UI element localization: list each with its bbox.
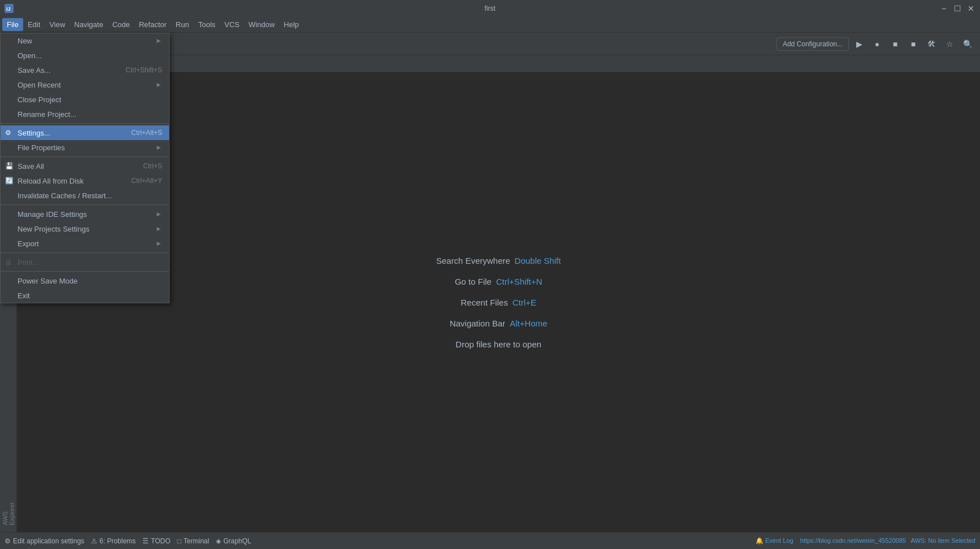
run-button[interactable]: ▶: [851, 36, 867, 52]
menu-invalidate-caches[interactable]: Invalidate Caches / Restart...: [1, 188, 169, 203]
terminal-icon: □: [177, 537, 181, 545]
shortcut-label-recent: Recent Files: [461, 298, 508, 307]
menu-close-project[interactable]: Close Project: [1, 92, 169, 107]
separator-4: [1, 252, 169, 253]
menu-export[interactable]: Export ►: [1, 236, 169, 251]
reload-icon: 🔄: [5, 177, 14, 185]
menu-item-navigate[interactable]: Navigate: [70, 18, 107, 31]
debug-button[interactable]: ●: [869, 36, 885, 52]
status-todo[interactable]: ☰ TODO: [142, 537, 170, 545]
menu-invalidate-label: Invalidate Caches / Restart...: [18, 191, 112, 200]
open-recent-arrow-icon: ►: [155, 81, 162, 89]
todo-label: TODO: [151, 537, 170, 545]
stop-button[interactable]: ■: [905, 36, 921, 52]
reload-shortcut: Ctrl+Alt+Y: [131, 177, 162, 185]
menu-export-label: Export: [18, 239, 39, 248]
file-properties-arrow-icon: ►: [155, 143, 162, 151]
menu-item-window[interactable]: Window: [244, 18, 279, 31]
sidebar-item-aws[interactable]: AWS Explorer: [1, 499, 16, 528]
menu-file-properties[interactable]: File Properties ►: [1, 140, 169, 155]
problems-label: 6: Problems: [99, 537, 136, 545]
window-controls: − ☐ ✕: [939, 4, 975, 13]
event-log-button[interactable]: 🔔 Event Log: [756, 537, 795, 544]
menu-rename-project[interactable]: Rename Project...: [1, 107, 169, 121]
menu-new-projects-settings[interactable]: New Projects Settings ►: [1, 221, 169, 236]
menu-file-properties-label: File Properties: [18, 143, 65, 152]
shortcut-label-nav: Navigation Bar: [450, 319, 505, 328]
status-graphql[interactable]: ◈ GraphQL: [216, 537, 251, 545]
status-problems[interactable]: ⚠ 6: Problems: [91, 537, 136, 545]
menu-save-as[interactable]: Save As... Ctrl+Shift+S: [1, 63, 169, 77]
menu-item-view[interactable]: View: [45, 18, 70, 31]
title-bar-title: first: [484, 5, 495, 12]
status-bar-right: 🔔 Event Log https://blog.csdn.net/weixin…: [756, 537, 975, 544]
menu-reload-all-label: Reload All from Disk: [18, 177, 84, 185]
menu-item-edit[interactable]: Edit: [23, 18, 45, 31]
event-log-icon: 🔔: [756, 537, 764, 544]
build-button[interactable]: 🛠: [923, 36, 939, 52]
shortcut-label-goto: Go to File: [455, 277, 492, 286]
menu-open[interactable]: Open...: [1, 48, 169, 63]
close-button[interactable]: ✕: [966, 4, 975, 13]
menu-item-tools[interactable]: Tools: [194, 18, 220, 31]
menu-save-all[interactable]: 💾 Save All Ctrl+S: [1, 159, 169, 173]
menu-open-recent[interactable]: Open Recent ►: [1, 77, 169, 92]
menu-new-label: New: [18, 37, 32, 45]
menu-item-run[interactable]: Run: [171, 18, 194, 31]
graphql-label: GraphQL: [223, 537, 251, 545]
print-icon: 🖨: [5, 258, 12, 266]
graphql-icon: ◈: [216, 537, 221, 545]
menu-close-project-label: Close Project: [18, 95, 61, 104]
menu-print-label: Print...: [18, 258, 39, 267]
file-menu-dropdown: New ► Open... Save As... Ctrl+Shift+S Op…: [0, 33, 170, 303]
menu-save-all-label: Save All: [18, 162, 44, 171]
add-configuration-button[interactable]: Add Configuration...: [777, 37, 849, 51]
shortcut-search-everywhere: Search Everywhere Double Shift: [436, 256, 561, 265]
todo-icon: ☰: [142, 537, 149, 545]
new-projects-arrow-icon: ►: [155, 225, 162, 233]
menu-item-vcs[interactable]: VCS: [220, 18, 244, 31]
settings-icon: ⚙: [5, 129, 11, 137]
menu-bar: File Edit View Navigate Code Refactor Ru…: [0, 17, 980, 33]
status-selection-text: AWS: No item Selected: [910, 537, 975, 544]
status-terminal[interactable]: □ Terminal: [177, 537, 210, 545]
menu-exit[interactable]: Exit: [1, 288, 169, 303]
search-everywhere-button[interactable]: 🔍: [960, 36, 975, 52]
separator-3: [1, 204, 169, 205]
menu-item-refactor[interactable]: Refactor: [135, 18, 171, 31]
status-bar: ⚙ Edit application settings ⚠ 6: Problem…: [0, 532, 980, 549]
menu-item-code[interactable]: Code: [108, 18, 135, 31]
menu-power-save-mode[interactable]: Power Save Mode: [1, 273, 169, 288]
menu-new-projects-label: New Projects Settings: [18, 225, 89, 233]
problems-icon: ⚠: [91, 537, 97, 545]
drop-files-label: Drop files here to open: [456, 339, 541, 349]
menu-open-recent-label: Open Recent: [18, 81, 61, 89]
drop-files-text: Drop files here to open: [456, 339, 541, 349]
menu-settings[interactable]: ⚙ Settings... Ctrl+Alt+S: [1, 125, 169, 140]
shortcut-key-search: Double Shift: [515, 256, 561, 265]
save-as-shortcut: Ctrl+Shift+S: [125, 66, 162, 74]
separator-2: [1, 156, 169, 157]
shortcut-go-to-file: Go to File Ctrl+Shift+N: [455, 277, 543, 286]
menu-manage-ide-settings[interactable]: Manage IDE Settings ►: [1, 207, 169, 221]
status-url-text: https://blog.csdn.net/weixin_45520085: [800, 537, 906, 544]
save-all-shortcut: Ctrl+S: [143, 162, 162, 170]
menu-item-file[interactable]: File: [2, 18, 23, 31]
maximize-button[interactable]: ☐: [953, 4, 962, 13]
menu-reload-all[interactable]: 🔄 Reload All from Disk Ctrl+Alt+Y: [1, 173, 169, 188]
menu-item-help[interactable]: Help: [279, 18, 303, 31]
event-log-label: Event Log: [765, 537, 793, 544]
save-all-icon: 💾: [5, 162, 14, 170]
minimize-button[interactable]: −: [939, 4, 948, 13]
shortcut-key-nav: Alt+Home: [510, 319, 547, 328]
menu-new[interactable]: New ►: [1, 33, 169, 48]
menu-power-save-label: Power Save Mode: [18, 277, 77, 285]
bookmark-button[interactable]: ☆: [942, 36, 957, 52]
coverage-button[interactable]: ■: [887, 36, 903, 52]
export-arrow-icon: ►: [155, 239, 162, 247]
edit-settings-icon: ⚙: [5, 537, 11, 545]
new-arrow-icon: ►: [155, 37, 162, 45]
menu-save-as-label: Save As...: [18, 66, 51, 75]
status-edit-settings[interactable]: ⚙ Edit application settings: [5, 537, 84, 545]
toolbar-right: Add Configuration... ▶ ● ■ ■ 🛠 ☆ 🔍: [772, 36, 975, 52]
